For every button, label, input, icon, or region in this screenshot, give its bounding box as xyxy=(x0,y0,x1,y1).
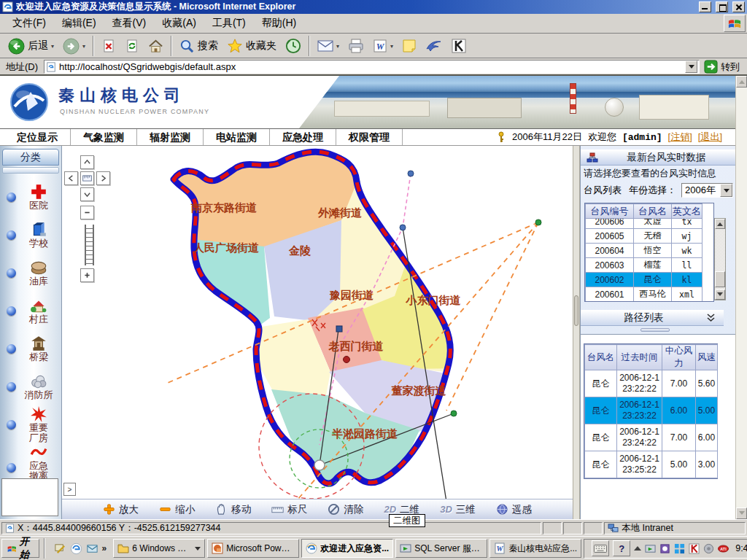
zoom-in-step-button[interactable] xyxy=(80,268,94,282)
office-tray-icon[interactable] xyxy=(659,543,670,554)
map-canvas[interactable]: 南京东路街道 外滩街道 人民广场街道 金陵 豫园街道 小东门街道 老西门街道 董… xyxy=(62,146,573,499)
edit-with-word-button[interactable]: W ▾ xyxy=(369,37,397,55)
sidebar-item-hospital[interactable]: 医院 xyxy=(0,178,61,216)
menu-help[interactable]: 帮助(H) xyxy=(254,15,304,32)
typhoon-detail-row[interactable]: 昆仑2006-12-1 23:25:225.003.00 xyxy=(585,451,718,478)
pan-down-button[interactable] xyxy=(80,187,94,201)
panel-splitter-thumb[interactable] xyxy=(574,295,578,326)
menu-view[interactable]: 查看(V) xyxy=(104,15,155,32)
page-scrollbar[interactable] xyxy=(735,76,747,519)
print-button[interactable] xyxy=(344,37,368,55)
network-tray-icon[interactable] xyxy=(674,543,685,554)
pan-up-button[interactable] xyxy=(80,155,94,169)
logout-link[interactable]: [注销] xyxy=(668,131,692,144)
kaspersky-tray-icon[interactable] xyxy=(689,543,700,554)
district-map[interactable]: 南京东路街道 外滩街道 人民广场街道 金陵 豫园街道 小东门街道 老西门街道 董… xyxy=(62,146,573,499)
outlook-quicklaunch-icon[interactable] xyxy=(86,542,98,555)
typhoon-detail-row[interactable]: 昆仑2006-12-1 23:24:227.006.00 xyxy=(585,424,718,451)
messenger-button[interactable] xyxy=(422,37,446,55)
pan-left-button[interactable] xyxy=(64,171,78,185)
window-titlebar[interactable]: 欢迎进入应急资源及决策信息显示系统 - Microsoft Internet E… xyxy=(0,0,747,14)
back-button[interactable]: 后退 ▾ xyxy=(4,36,58,56)
quick-launch-overflow-button[interactable]: » xyxy=(102,543,107,553)
tab-permission-management[interactable]: 权限管理 xyxy=(336,129,403,145)
section-grabber[interactable] xyxy=(640,328,670,332)
kaspersky-button[interactable] xyxy=(448,37,470,55)
map-tool-ruler[interactable]: 标尺 xyxy=(271,503,307,516)
pan-right-button[interactable] xyxy=(96,171,110,185)
typhoon-row[interactable]: 200606太虚tx xyxy=(586,219,703,229)
mail-dropdown-icon[interactable]: ▾ xyxy=(336,43,339,50)
typhoon-table-scrollbar[interactable] xyxy=(714,218,726,300)
address-dropdown-button[interactable] xyxy=(685,61,697,73)
history-button[interactable] xyxy=(282,36,305,55)
map-tool-clear[interactable]: 清除 xyxy=(328,503,363,516)
typhoon-row[interactable]: 200602昆仑kl xyxy=(586,273,703,287)
map-tool-zoom-in[interactable]: 放大 xyxy=(103,503,139,516)
tab-radiation-monitor[interactable]: 辐射监测 xyxy=(137,129,204,145)
tab-emergency-handling[interactable]: 应急处理 xyxy=(270,129,336,145)
mail-button[interactable]: ▾ xyxy=(314,38,343,54)
taskbar-button-word[interactable]: W秦山核电站应急... xyxy=(489,539,581,558)
home-button[interactable] xyxy=(144,37,167,55)
sidebar-item-bridge[interactable]: 桥梁 xyxy=(0,330,61,368)
show-desktop-icon[interactable] xyxy=(54,542,66,555)
keyboard-layout-icon[interactable] xyxy=(592,540,609,556)
typhoon-detail-row[interactable]: 昆仑2006-12-1 23:23:226.005.00 xyxy=(585,397,718,424)
search-button[interactable]: 搜索 xyxy=(176,37,222,55)
close-button[interactable] xyxy=(732,1,745,12)
tray-expand-icon[interactable] xyxy=(634,542,641,551)
scroll-thumb[interactable] xyxy=(715,271,725,287)
sql-server-tray-icon[interactable] xyxy=(645,543,656,554)
scroll-up-button[interactable] xyxy=(715,219,725,229)
menu-tools[interactable]: 工具(T) xyxy=(204,15,254,32)
notes-button[interactable] xyxy=(398,37,420,55)
sidebar-collapse-button[interactable]: > xyxy=(63,483,76,496)
taskbar-button-powerpoint[interactable]: Microsoft PowerP... xyxy=(207,539,299,558)
ie-quicklaunch-icon[interactable] xyxy=(70,542,82,555)
back-dropdown-icon[interactable]: ▾ xyxy=(51,43,54,50)
menu-edit[interactable]: 编辑(E) xyxy=(54,15,104,32)
tab-location-display[interactable]: 定位显示 xyxy=(4,129,71,145)
map-tool-pan[interactable]: 移动 xyxy=(215,503,251,516)
panel-splitter[interactable] xyxy=(573,146,580,519)
page-scroll-down-button[interactable] xyxy=(736,508,747,519)
sidebar-item-oil-depot[interactable]: 油库 xyxy=(0,254,61,292)
ati-tray-icon[interactable]: ATI xyxy=(718,543,729,554)
sidebar-item-school[interactable]: 学校 xyxy=(0,216,61,254)
go-button[interactable]: 转到 xyxy=(703,59,744,74)
tab-station-monitor[interactable]: 电站监测 xyxy=(204,129,270,145)
tab-weather-monitor[interactable]: 气象监测 xyxy=(71,129,137,145)
path-list-bar[interactable]: 路径列表 xyxy=(581,310,724,326)
page-scroll-up-button[interactable] xyxy=(736,76,747,88)
year-select-dropdown-icon[interactable] xyxy=(720,184,732,197)
map-tool-3d[interactable]: 3D三维 xyxy=(440,503,476,516)
full-extent-button[interactable] xyxy=(80,171,94,185)
menu-favorites[interactable]: 收藏(A) xyxy=(154,15,204,32)
sidebar-item-village[interactable]: 村庄 xyxy=(0,292,61,330)
volume-tray-icon[interactable] xyxy=(703,543,714,554)
map-tool-remote[interactable]: 遥感 xyxy=(496,503,532,516)
typhoon-row[interactable]: 200601西马伦xml xyxy=(586,287,703,302)
address-input[interactable]: http://localhost/QSgridwebgis/default.as… xyxy=(44,60,700,74)
taskbar-button-folder-group[interactable]: 6 Windows Expl... xyxy=(113,539,205,558)
sidebar-item-key-plant[interactable]: 重要 厂房 xyxy=(0,405,61,443)
zoom-slider[interactable] xyxy=(85,225,94,265)
typhoon-row[interactable]: 200603榴莲ll xyxy=(586,258,703,273)
exit-link[interactable]: [退出] xyxy=(698,131,722,144)
typhoon-detail-row[interactable]: 昆仑2006-12-1 23:22:227.005.60 xyxy=(585,370,718,397)
scroll-down-button[interactable] xyxy=(715,289,725,300)
sidebar-item-fire-station[interactable]: 消防所 xyxy=(0,368,61,405)
refresh-button[interactable] xyxy=(121,37,143,55)
stop-button[interactable] xyxy=(98,37,120,55)
taskbar-button-sql-server[interactable]: SQL Server 服务... xyxy=(395,539,487,558)
zoom-out-step-button[interactable] xyxy=(80,206,94,219)
restore-button[interactable] xyxy=(716,1,728,12)
word-dropdown-icon[interactable]: ▾ xyxy=(390,43,393,50)
year-select[interactable]: 2006年 xyxy=(681,183,733,198)
menu-file[interactable]: 文件(F) xyxy=(4,15,54,32)
typhoon-row[interactable]: 200604悟空wk xyxy=(586,244,703,258)
start-button[interactable]: 开始 xyxy=(1,539,39,558)
forward-dropdown-icon[interactable]: ▾ xyxy=(82,43,85,50)
forward-button[interactable]: ▾ xyxy=(59,36,89,56)
